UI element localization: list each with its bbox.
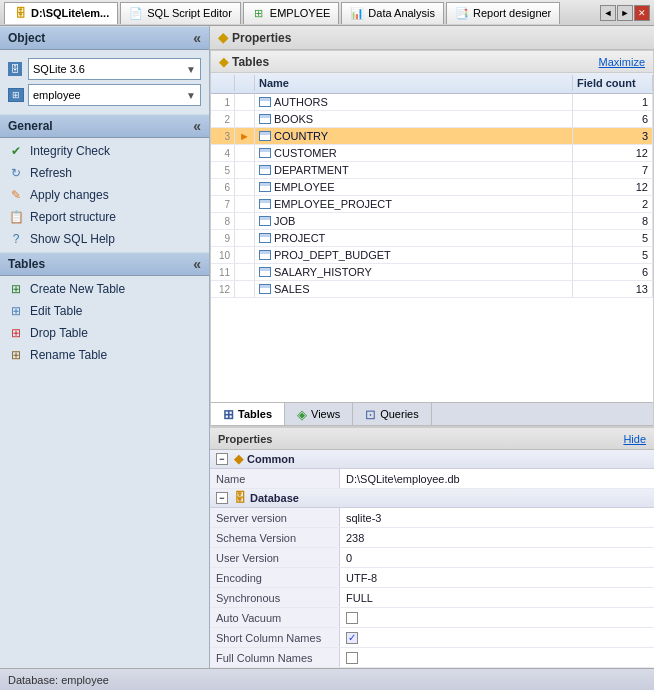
tables-section-label: Tables [8,257,45,271]
tables-collapse-btn[interactable]: « [193,256,201,272]
checkbox-short-column-names[interactable]: ✓ [346,632,358,644]
table-row[interactable]: 6 EMPLOYEE 12 [211,179,653,196]
cell-fields: 12 [573,179,653,195]
cell-name: CUSTOMER [255,145,573,161]
nav-drop-table[interactable]: ⊞ Drop Table [0,322,209,344]
table-row-icon [259,284,271,294]
object-collapse-btn[interactable]: « [193,30,201,46]
report-icon: 📑 [455,6,469,20]
table-row[interactable]: 12 SALES 13 [211,281,653,298]
table-row[interactable]: 7 EMPLOYEE_PROJECT 2 [211,196,653,213]
tab-queries[interactable]: ⊡ Queries [353,403,432,425]
edit-table-icon: ⊞ [8,303,24,319]
tab-views[interactable]: ◈ Views [285,403,353,425]
table-row[interactable]: 2 BOOKS 6 [211,111,653,128]
prop-row-schema-version: Schema Version 238 [210,528,654,548]
drop-table-icon: ⊞ [8,325,24,341]
table-row[interactable]: 10 PROJ_DEPT_BUDGET 5 [211,247,653,264]
field-count: 13 [636,283,648,295]
refresh-icon: ↻ [8,165,24,181]
nav-rename-table[interactable]: ⊞ Rename Table [0,344,209,366]
nav-prev-btn[interactable]: ◄ [600,5,616,21]
nav-apply-changes[interactable]: ✎ Apply changes [0,184,209,206]
employee-icon: ⊞ [252,6,266,20]
close-btn[interactable]: ✕ [634,5,650,21]
nav-edit-table[interactable]: ⊞ Edit Table [0,300,209,322]
cell-num: 9 [211,230,235,246]
table-row-icon [259,250,271,260]
table-name: SALES [274,283,309,295]
tab-sql[interactable]: 📄 SQL Script Editor [120,2,241,24]
table-row[interactable]: 1 AUTHORS 1 [211,94,653,111]
prop-value[interactable] [340,608,654,627]
table-row-icon [259,114,271,124]
common-group-icon: ◆ [234,452,243,466]
tab-tables[interactable]: ⊞ Tables [211,403,285,425]
cell-num: 3 [211,128,235,144]
cell-num: 1 [211,94,235,110]
table-row[interactable]: 11 SALARY_HISTORY 6 [211,264,653,281]
table-row[interactable]: 8 JOB 8 [211,213,653,230]
checkbox-auto-vacuum[interactable] [346,612,358,624]
prop-value: FULL [340,588,654,607]
sqlite-version-dropdown[interactable]: SQLite 3.6 ▼ [28,58,201,80]
hide-link[interactable]: Hide [623,433,646,445]
prop-value[interactable]: ✓ [340,628,654,647]
rename-table-icon: ⊞ [8,347,24,363]
field-count: 6 [642,113,648,125]
table-row[interactable]: 3 ► COUNTRY 3 [211,128,653,145]
nav-refresh[interactable]: ↻ Refresh [0,162,209,184]
common-collapse-btn[interactable]: − [216,453,228,465]
cell-name: SALARY_HISTORY [255,264,573,280]
checkbox-full-column-names[interactable] [346,652,358,664]
tab-data[interactable]: 📊 Data Analysis [341,2,444,24]
general-section-label: General [8,119,53,133]
cell-active [235,94,255,110]
db-dropdown-arrow: ▼ [186,90,196,101]
table-row-icon [259,148,271,158]
nav-report-structure[interactable]: 📋 Report structure [0,206,209,228]
rename-table-label: Rename Table [30,348,107,362]
nav-show-sql-help[interactable]: ? Show SQL Help [0,228,209,250]
cell-active [235,264,255,280]
table-row-icon [259,97,271,107]
table-row-icon [259,216,271,226]
table-header-row: Name Field count [211,73,653,94]
tab-db[interactable]: 🗄 D:\SQLite\em... [4,2,118,24]
prop-row-server-version: Server version sqlite-3 [210,508,654,528]
cell-fields: 13 [573,281,653,297]
table-name: PROJ_DEPT_BUDGET [274,249,391,261]
db-name-dropdown[interactable]: employee ▼ [28,84,201,106]
table-row[interactable]: 9 PROJECT 5 [211,230,653,247]
nav-integrity-check[interactable]: ✔ Integrity Check [0,140,209,162]
properties-section: Properties Hide − ◆ Common Name D:\SQLit… [210,427,654,668]
prop-label: Synchronous [210,588,340,607]
tab-report[interactable]: 📑 Report designer [446,2,560,24]
nav-next-btn[interactable]: ► [617,5,633,21]
database-group-header: − 🗄 Database [210,489,654,508]
cell-name: DEPARTMENT [255,162,573,178]
field-count: 7 [642,164,648,176]
status-bar: Database: employee [0,668,654,690]
general-collapse-btn[interactable]: « [193,118,201,134]
prop-label: Auto Vacuum [210,608,340,627]
field-count: 5 [642,249,648,261]
tab-db-label: D:\SQLite\em... [31,7,109,19]
cell-name: JOB [255,213,573,229]
database-collapse-btn[interactable]: − [216,492,228,504]
col-num-header [211,75,235,91]
maximize-link[interactable]: Maximize [599,56,645,68]
field-count: 3 [642,130,648,142]
cell-active [235,145,255,161]
table-row[interactable]: 4 CUSTOMER 12 [211,145,653,162]
nav-create-table[interactable]: ⊞ Create New Table [0,278,209,300]
data-icon: 📊 [350,6,364,20]
object-section-label: Object [8,31,45,45]
table-bottom-tabs: ⊞ Tables ◈ Views ⊡ Queries [211,402,653,426]
prop-name-row: Name D:\SQLite\employee.db [210,469,654,489]
object-section-header: Object « [0,26,209,50]
tab-employee[interactable]: ⊞ EMPLOYEE [243,2,340,24]
prop-value[interactable] [340,648,654,667]
table-row[interactable]: 5 DEPARTMENT 7 [211,162,653,179]
cell-num: 11 [211,264,235,280]
